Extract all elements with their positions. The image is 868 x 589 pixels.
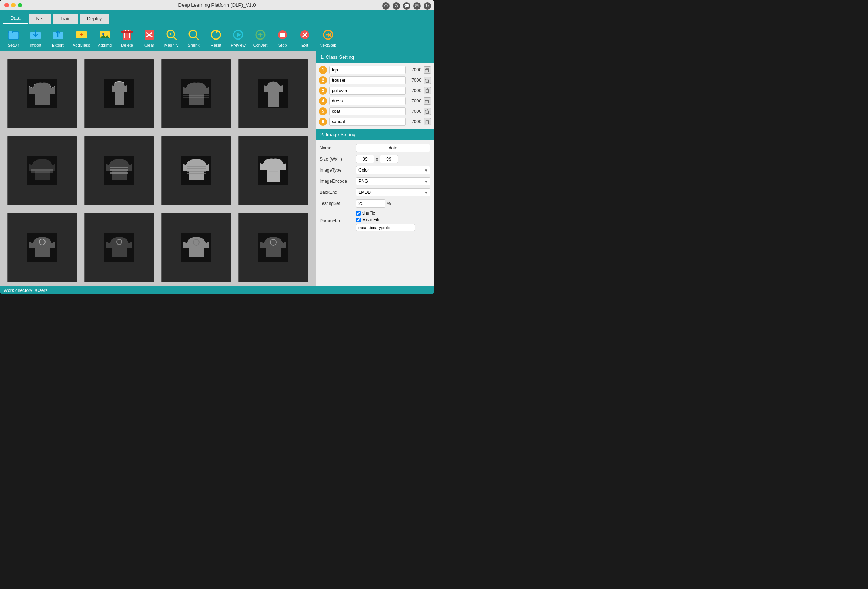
name-input[interactable] [356, 144, 430, 152]
class-badge-4: 4 [319, 97, 327, 105]
gear-icon[interactable]: ⚙ [382, 2, 390, 10]
exit-button[interactable]: Exit [294, 26, 315, 49]
image-cell[interactable] [84, 136, 154, 205]
class-delete-5[interactable]: 🗑 [424, 107, 431, 115]
convert-button[interactable]: Convert [250, 26, 271, 49]
image-cell[interactable] [161, 59, 231, 128]
imagetype-select[interactable]: Color Grayscale [356, 166, 430, 174]
shuffle-checkbox[interactable] [356, 211, 361, 216]
close-button[interactable] [4, 3, 9, 7]
testingset-row: TestingSet % [320, 199, 430, 208]
top-right-icons: ⚙ ⊘ 💬 ✉ ↻ [382, 2, 431, 10]
parameter-row: Parameter shuffle MeanFile [320, 211, 430, 231]
status-text: Work directory: /Users [4, 288, 47, 293]
image-cell[interactable] [239, 59, 308, 128]
main-window: Deep Learning Platform (DLP)_V1.0 ⚙ ⊘ 💬 … [0, 0, 434, 294]
svg-text:+: + [80, 31, 83, 38]
class-input-5[interactable] [329, 107, 406, 115]
class-input-2[interactable] [329, 76, 406, 84]
tab-net[interactable]: Net [28, 14, 51, 24]
minimize-button[interactable] [11, 3, 16, 7]
backend-select[interactable]: LMDB LevelDB [356, 188, 430, 196]
addclass-label: AddClass [72, 43, 90, 47]
class-delete-4[interactable]: 🗑 [424, 97, 431, 105]
class-input-3[interactable] [329, 87, 406, 95]
import-label: Import [30, 43, 41, 47]
reset-label: Reset [211, 43, 221, 47]
image-cell[interactable] [7, 136, 77, 205]
nextstep-button[interactable]: NextStep [317, 26, 339, 49]
preview-button[interactable]: Preview [228, 26, 248, 49]
shuffle-label: shuffle [362, 211, 375, 216]
delete-button[interactable]: Delete [117, 26, 137, 49]
image-cell[interactable] [239, 213, 308, 282]
export-button[interactable]: Export [47, 26, 68, 49]
imagetype-label: ImageType [320, 168, 353, 173]
meanfile-label: MeanFile [362, 217, 380, 222]
mail-icon[interactable]: ✉ [413, 2, 421, 10]
image-cell[interactable] [84, 213, 154, 282]
class-delete-2[interactable]: 🗑 [424, 77, 431, 84]
exit-label: Exit [301, 43, 308, 47]
image-cell[interactable] [161, 136, 231, 205]
backend-row: BackEnd LMDB LevelDB [320, 188, 430, 196]
testingset-input[interactable] [356, 199, 385, 208]
tab-data[interactable]: Data [3, 13, 28, 24]
nextstep-icon [321, 27, 335, 42]
class-input-1[interactable] [329, 66, 406, 74]
stop-button[interactable]: Stop [272, 26, 293, 49]
class-row-4: 4 7000 🗑 [319, 97, 431, 105]
addimg-icon: + [97, 27, 112, 42]
tab-train[interactable]: Train [53, 14, 78, 24]
class-delete-3[interactable]: 🗑 [424, 87, 431, 94]
image-cell[interactable] [161, 213, 231, 282]
image-cell[interactable] [7, 213, 77, 282]
image-cell[interactable] [239, 136, 308, 205]
image-cell[interactable] [7, 59, 77, 128]
backend-label: BackEnd [320, 190, 353, 195]
meanfile-checkbox[interactable] [356, 218, 361, 222]
maximize-button[interactable] [18, 3, 22, 7]
class-row-1: 1 7000 🗑 [319, 66, 431, 74]
traffic-lights [4, 3, 22, 7]
class-badge-2: 2 [319, 76, 327, 84]
tab-deploy[interactable]: Deploy [80, 14, 109, 24]
addclass-button[interactable]: + AddClass [69, 26, 93, 49]
setdir-label: SetDir [8, 43, 19, 47]
parameter-label: Parameter [320, 218, 353, 224]
block-icon[interactable]: ⊘ [393, 2, 400, 10]
chat-icon[interactable]: 💬 [403, 2, 410, 10]
image-setting-title: 2. Image Setting [316, 129, 434, 140]
svg-rect-1 [8, 31, 13, 33]
preview-icon [231, 27, 245, 42]
svg-rect-22 [280, 32, 285, 37]
class-input-6[interactable] [329, 118, 406, 126]
magnify-button[interactable]: + Magnify [161, 26, 182, 49]
setdir-button[interactable]: SetDir [3, 26, 24, 49]
width-input[interactable] [356, 155, 374, 163]
right-panel: 1. Class Setting 1 7000 🗑 2 7000 🗑 3 [316, 52, 434, 286]
imageencode-label: ImageEncode [320, 179, 353, 184]
refresh-icon[interactable]: ↻ [424, 2, 431, 10]
percent-label: % [387, 201, 391, 206]
image-cell[interactable] [84, 59, 154, 128]
meanfile-checkbox-label: MeanFile [356, 217, 415, 222]
window-title: Deep Learning Platform (DLP)_V1.0 [179, 2, 256, 8]
reset-button[interactable]: Reset [205, 26, 226, 49]
import-button[interactable]: Import [25, 26, 46, 49]
class-input-4[interactable] [329, 97, 406, 105]
size-separator: x [376, 156, 378, 162]
svg-text:+: + [108, 28, 111, 34]
class-delete-6[interactable]: 🗑 [424, 118, 431, 125]
proto-input[interactable] [356, 224, 415, 231]
addimg-button[interactable]: + AddImg [94, 26, 115, 49]
clear-button[interactable]: Clear [139, 26, 159, 49]
class-delete-1[interactable]: 🗑 [424, 66, 431, 74]
height-input[interactable] [379, 155, 398, 163]
class-row-2: 2 7000 🗑 [319, 76, 431, 84]
class-count-6: 7000 [408, 119, 421, 124]
imageencode-select[interactable]: PNG JPEG [356, 177, 430, 186]
shrink-button[interactable]: - Shrink [183, 26, 204, 49]
convert-icon [253, 27, 268, 42]
svg-rect-36 [110, 167, 128, 168]
